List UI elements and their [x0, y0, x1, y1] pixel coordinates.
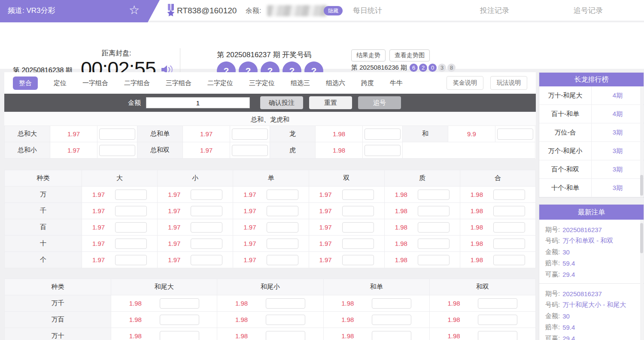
bet-amount-input[interactable]	[267, 222, 298, 233]
bet-amount-input[interactable]	[160, 331, 199, 340]
bet-amount-input[interactable]	[99, 129, 135, 140]
bet-amount-input[interactable]	[342, 239, 374, 249]
odds-bet-cell: 1.98	[460, 187, 536, 203]
bet-amount-input[interactable]	[266, 331, 305, 340]
bet-amount-input[interactable]	[191, 206, 222, 216]
bet-amount-input[interactable]	[418, 222, 450, 233]
dragon-scrollbar-thumb[interactable]	[640, 175, 643, 196]
bet-amount-input[interactable]	[418, 239, 450, 249]
help-button-0[interactable]: 奖金说明	[447, 76, 483, 90]
help-button-1[interactable]: 玩法说明	[490, 76, 527, 90]
bet-amount-input[interactable]	[191, 190, 222, 200]
bet-amount-input[interactable]	[115, 190, 147, 200]
bet-amount-input[interactable]	[478, 331, 517, 340]
bet-amount-input[interactable]	[493, 239, 525, 249]
input-cell	[230, 142, 270, 159]
bet-amount-input[interactable]	[267, 239, 298, 249]
bet-amount-input[interactable]	[232, 145, 268, 156]
bet-amount-input[interactable]	[418, 206, 450, 216]
nav-item-0[interactable]: 每日统计	[353, 0, 382, 21]
bet-amount-input[interactable]	[418, 255, 450, 265]
dragon-row[interactable]: 万个-和尾小3期	[539, 142, 644, 160]
bet-amount-input[interactable]	[160, 315, 199, 325]
nav-item-1[interactable]: 投注记录	[480, 0, 509, 21]
bet-amount-input[interactable]	[342, 190, 374, 200]
dragon-count: 3期	[592, 123, 644, 141]
bet-amount-input[interactable]	[365, 129, 401, 140]
dragon-row[interactable]: 百十-和单4期	[539, 105, 644, 123]
tab-二字组合[interactable]: 二字组合	[124, 79, 150, 87]
medal-icon	[166, 4, 176, 19]
bet-amount-input[interactable]	[267, 206, 298, 216]
bet-amount-input[interactable]	[372, 331, 411, 340]
orders-scrollbar[interactable]	[640, 220, 643, 340]
chase-number-button[interactable]: 追号	[358, 96, 401, 109]
bet-label-和[interactable]: 和	[403, 126, 448, 142]
bet-amount-input[interactable]	[115, 206, 147, 216]
order-field-value: 20250816237	[562, 290, 602, 297]
bet-amount-input[interactable]	[493, 190, 525, 200]
bet-amount-input[interactable]	[191, 255, 222, 265]
tab-一字组合[interactable]: 一字组合	[82, 79, 108, 87]
bet-label-总和单[interactable]: 总和单	[137, 126, 183, 142]
tab-组选三[interactable]: 组选三	[291, 79, 310, 87]
bet-amount-input[interactable]	[115, 255, 147, 265]
bet-amount-input[interactable]	[342, 222, 374, 233]
dragon-row[interactable]: 十个-和单3期	[539, 179, 644, 197]
trend-button-1[interactable]: 查看走势图	[389, 49, 430, 61]
bet-amount-input[interactable]	[478, 298, 517, 309]
tab-三字定位[interactable]: 三字定位	[249, 79, 275, 87]
bet-amount-input[interactable]	[232, 129, 268, 140]
reset-button[interactable]: 重置	[309, 96, 352, 109]
main-top-block: 整合定位一字组合二字组合三字组合二字定位三字定位组选三组选六跨度牛牛奖金说明玩法…	[4, 72, 536, 159]
nav-item-2[interactable]: 追号记录	[574, 0, 603, 21]
bet-amount-input[interactable]	[267, 190, 298, 200]
tab-组选六[interactable]: 组选六	[326, 79, 345, 87]
bet-amount-input[interactable]	[115, 222, 147, 233]
dragon-row[interactable]: 万十-和尾大4期	[539, 86, 644, 105]
odds-bet-cell: 1.97	[233, 219, 309, 236]
bet-label-总和大[interactable]: 总和大	[5, 126, 50, 142]
bet-amount-input[interactable]	[267, 255, 298, 265]
bet-amount-input[interactable]	[266, 315, 305, 325]
dragon-scrollbar[interactable]	[640, 86, 643, 197]
favorite-star-icon[interactable]: ☆	[129, 3, 140, 17]
bet-amount-input[interactable]	[418, 190, 450, 200]
bet-label-龙[interactable]: 龙	[270, 126, 316, 142]
dragon-row[interactable]: 万位-合3期	[539, 123, 644, 142]
trend-button-0[interactable]: 结果走势	[351, 49, 386, 61]
bet-label-虎[interactable]: 虎	[270, 142, 316, 159]
odds-bet-cell: 1.98	[430, 328, 536, 340]
bet-amount-input[interactable]	[372, 298, 411, 309]
bet-amount-input[interactable]	[365, 145, 401, 156]
bet-amount-input[interactable]	[115, 239, 147, 249]
bet-amount-input[interactable]	[342, 206, 374, 216]
tab-三字组合[interactable]: 三字组合	[166, 79, 191, 87]
bet-amount-input[interactable]	[191, 239, 222, 249]
odds-value: 1.98	[395, 256, 407, 263]
bet-amount-input[interactable]	[493, 206, 525, 216]
tab-二字定位[interactable]: 二字定位	[207, 79, 233, 87]
bet-amount-input[interactable]	[266, 298, 305, 309]
bet-amount-input[interactable]	[493, 222, 525, 233]
bet-amount-input[interactable]	[497, 129, 533, 140]
tab-定位[interactable]: 定位	[54, 79, 67, 87]
tab-牛牛[interactable]: 牛牛	[390, 79, 403, 87]
bet-label-总和小[interactable]: 总和小	[5, 142, 50, 159]
confirm-bet-button[interactable]: 确认投注	[260, 96, 303, 109]
bet-amount-input[interactable]	[160, 298, 199, 309]
bet-amount-input[interactable]	[493, 255, 525, 265]
dragon-row[interactable]: 百个-和双3期	[539, 160, 644, 179]
bet-amount-input[interactable]	[99, 145, 135, 156]
tab-整合[interactable]: 整合	[13, 77, 38, 90]
bet-label-总和双[interactable]: 总和双	[137, 142, 183, 159]
bet-amount-input[interactable]	[191, 222, 222, 233]
orders-scrollbar-thumb[interactable]	[640, 223, 643, 253]
order-field-amount: 金额:30	[545, 246, 638, 257]
amount-input[interactable]	[146, 97, 250, 108]
hide-balance-button[interactable]: 隐藏	[324, 6, 343, 15]
bet-amount-input[interactable]	[342, 255, 374, 265]
tab-跨度[interactable]: 跨度	[361, 79, 374, 87]
bet-amount-input[interactable]	[372, 315, 411, 325]
bet-amount-input[interactable]	[478, 315, 517, 325]
